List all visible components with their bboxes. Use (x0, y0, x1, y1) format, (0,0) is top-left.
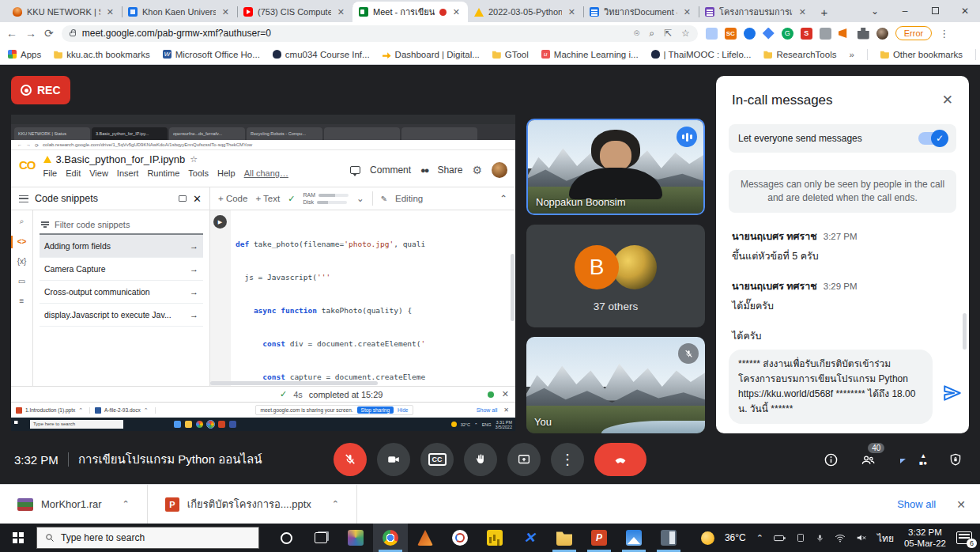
maximize-button[interactable] (920, 0, 950, 22)
participant-tile-you[interactable]: You (526, 337, 705, 433)
megaphone-extension-icon[interactable] (839, 28, 850, 40)
bookmark-star-icon[interactable]: ☆ (681, 28, 690, 39)
browser-tab-youtube[interactable]: (753) CIS Computer a... ✕ (237, 2, 352, 22)
host-controls-icon[interactable] (948, 452, 963, 467)
menu-insert[interactable]: Insert (117, 168, 139, 178)
participant-tile-others[interactable]: B 37 others (526, 225, 705, 327)
send-messages-toggle[interactable]: ✓ (918, 132, 947, 145)
snippet-item[interactable]: display.Javascript to execute Jav... → (40, 304, 203, 327)
show-all-link[interactable]: Show all (477, 407, 497, 413)
participants-icon[interactable]: 40 (860, 452, 876, 467)
file-explorer-button[interactable] (547, 524, 582, 552)
bookmark-thaimooc[interactable]: | ThaiMOOC : Lifelo... (651, 50, 752, 59)
activities-icon[interactable]: ▲ ■● (919, 452, 927, 467)
powerbi-button[interactable] (477, 524, 512, 552)
browser-menu-icon[interactable]: ⋮ (939, 28, 949, 40)
extensions-puzzle-icon[interactable] (858, 28, 869, 40)
browser-tab-docs[interactable]: วิทยากรDocument - G... ✕ (583, 2, 699, 22)
onenote-button[interactable] (651, 524, 686, 552)
dismiss-icon[interactable]: ✕ (502, 389, 509, 399)
chrome-app-icon[interactable] (207, 421, 214, 428)
bookmark-dashboard[interactable]: Dashboard | Digital... (383, 50, 480, 59)
resources-dropdown-icon[interactable]: ⌄ (356, 193, 364, 204)
x-app-button[interactable]: ✕ (512, 524, 547, 552)
snippet-item[interactable]: Cross-output communication → (40, 281, 203, 304)
address-bar[interactable]: meet.google.com/pab-grmw-xmf?authuser=0 … (62, 25, 698, 42)
star-icon[interactable]: ☆ (190, 154, 198, 164)
notification-center-icon[interactable]: 6 (956, 531, 972, 544)
error-button[interactable]: Error (895, 26, 932, 40)
notebook-title[interactable]: 3.Basic_python_for_IP.ipynb (56, 153, 186, 165)
close-panel-icon[interactable]: ✕ (193, 193, 202, 205)
tab-close-icon[interactable]: ✕ (682, 7, 692, 17)
insert-snippet-icon[interactable]: → (190, 287, 198, 297)
photos-button[interactable] (616, 524, 651, 552)
colab-avatar[interactable] (492, 162, 507, 178)
tab-close-icon[interactable]: ✕ (220, 7, 231, 17)
files-icon[interactable]: ▭ (18, 277, 25, 285)
mail-app-icon[interactable] (174, 421, 181, 428)
meeting-details-icon[interactable] (824, 452, 839, 467)
present-button[interactable] (507, 443, 541, 476)
screenshare-tile[interactable]: KKU NETWORK | Status 3.Basic_python_for_… (11, 115, 515, 431)
chrome-button[interactable] (373, 524, 408, 552)
browser-tab-forms[interactable]: โครงการอบรมการเขียนโ... ✕ (699, 2, 814, 22)
tab-camera-icon[interactable]: ⌾ (634, 28, 639, 39)
hide-button[interactable]: Hide (398, 407, 408, 413)
diamond-extension-icon[interactable] (763, 28, 775, 40)
cortana-button[interactable] (269, 524, 303, 552)
open-in-new-icon[interactable] (179, 195, 187, 202)
s-extension-icon[interactable]: S (801, 28, 812, 40)
shared-download-item[interactable]: 1.Introduction (1).pptx ⌃ (16, 407, 90, 414)
insert-snippet-icon[interactable]: → (190, 310, 198, 319)
menu-tools[interactable]: Tools (188, 168, 209, 178)
browser-tab-kku-network[interactable]: KKU NETWORK | Stat... ✕ (6, 2, 122, 22)
close-download-bar-icon[interactable]: ✕ (956, 498, 966, 511)
collapse-toolbar-icon[interactable]: ⌃ (499, 193, 507, 204)
code-editor[interactable]: def take_photo(filename='photo.jpg', qua… (236, 217, 509, 386)
tab-close-icon[interactable]: ✕ (451, 7, 462, 17)
tab-close-icon[interactable]: ✕ (105, 7, 115, 17)
insert-snippet-icon[interactable]: → (190, 241, 198, 251)
powerpoint-button[interactable]: P (582, 524, 616, 552)
zoom-icon[interactable]: ⌕ (649, 28, 654, 39)
chat-scrollbar[interactable] (963, 313, 967, 350)
tab-search-chevron-icon[interactable]: ⌄ (860, 0, 890, 22)
docs-extension-icon[interactable] (706, 28, 718, 40)
leave-call-button[interactable] (594, 443, 646, 476)
mic-mute-button[interactable] (334, 443, 367, 476)
shared-download-item[interactable]: A-file-2-93.docx ⌃ (95, 407, 155, 414)
matlab-button[interactable] (408, 524, 443, 552)
camera-button[interactable] (377, 443, 410, 476)
browser-tab-drive[interactable]: 2022-03-05-Python - ✕ (468, 2, 583, 22)
show-all-downloads-link[interactable]: Show all (897, 498, 936, 510)
more-options-button[interactable]: ⋮ (551, 443, 584, 476)
sc-extension-icon[interactable]: SC (725, 28, 737, 40)
back-icon[interactable]: ← (6, 27, 17, 40)
tab-close-icon[interactable]: ✕ (336, 7, 346, 17)
add-text-button[interactable]: + Text (255, 194, 280, 203)
powerpoint-app-icon[interactable] (218, 421, 225, 428)
chat-input[interactable]: ****** ส่งงานเพื่อรับเกียรติบัตรเข้าร่วม… (729, 350, 933, 424)
tab-close-icon[interactable]: ✕ (567, 7, 577, 17)
forward-icon[interactable]: → (25, 27, 36, 40)
bookmark-kku-folder[interactable]: kku.ac.th bookmarks (54, 50, 149, 59)
temperature-label[interactable]: 36°C (725, 532, 746, 543)
snippet-item[interactable]: Camera Capture → (40, 258, 203, 281)
comment-button[interactable]: Comment (370, 164, 411, 176)
captions-button[interactable]: CC (420, 443, 454, 476)
task-view-button[interactable] (303, 524, 338, 552)
weather-icon[interactable] (701, 531, 714, 545)
other-bookmarks[interactable]: Other bookmarks (880, 50, 963, 59)
run-cell-button[interactable]: ▶ (213, 215, 227, 229)
gray-extension-icon[interactable] (820, 28, 831, 40)
snippet-filter-input[interactable]: Filter code snippets (40, 217, 203, 235)
language-indicator[interactable]: ENG (482, 422, 492, 427)
browser-tab-meet-active[interactable]: Meet - การเขียนโป... ✕ (352, 2, 468, 22)
chevron-up-icon[interactable]: ⌃ (78, 407, 83, 414)
vertical-scrollbar[interactable] (511, 254, 514, 321)
snippet-item[interactable]: Adding form fields → (40, 235, 203, 258)
menu-help[interactable]: Help (217, 168, 236, 178)
taskbar-search-box[interactable]: Type here to search (36, 527, 259, 549)
close-panel-icon[interactable]: ✕ (942, 92, 953, 108)
